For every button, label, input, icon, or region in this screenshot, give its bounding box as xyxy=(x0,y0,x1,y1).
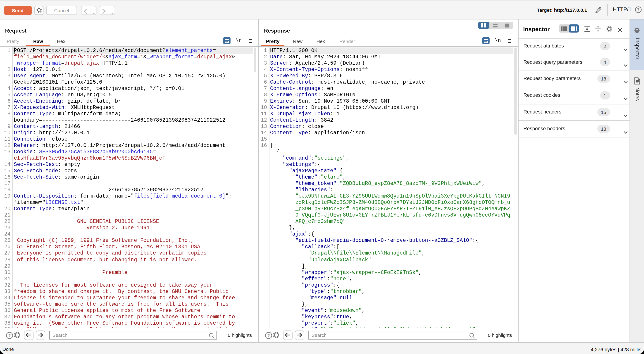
svg-text:?: ? xyxy=(637,7,640,12)
svg-text:?: ? xyxy=(267,333,270,338)
svg-text:?: ? xyxy=(8,333,11,338)
